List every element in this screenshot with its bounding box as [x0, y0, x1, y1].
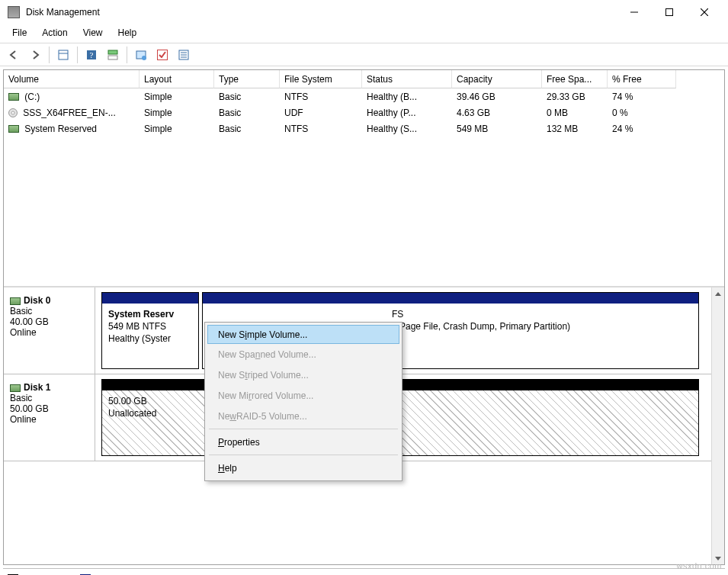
svg-rect-9	[108, 56, 117, 59]
cell: NTFS	[280, 124, 362, 134]
partition-line: t, Page File, Crash Dump, Primary Partit…	[392, 320, 692, 332]
cell: 132 MB	[542, 124, 608, 134]
menu-separator	[209, 455, 398, 455]
cd-icon	[8, 108, 18, 117]
cell: Basic	[214, 124, 280, 134]
menu-separator	[209, 429, 398, 429]
svg-rect-4	[59, 50, 68, 59]
check-icon[interactable]	[153, 46, 172, 64]
partition-line: Healthy (Syster	[108, 332, 192, 345]
disk-name: Disk 0	[24, 295, 50, 306]
partition-primary[interactable]: System Reserv549 MB NTFSHealthy (Syster	[101, 292, 199, 369]
disk-size: 50.00 GB	[10, 403, 88, 414]
disk-size: 40.00 GB	[10, 316, 88, 327]
window-title: Disk Management	[26, 7, 100, 18]
help-icon[interactable]: ?	[82, 46, 101, 64]
close-button[interactable]	[687, 1, 722, 24]
legend: Unallocated Primary partition	[3, 568, 725, 575]
disk-state: Online	[10, 414, 88, 425]
maximize-button[interactable]	[652, 1, 687, 24]
context-menu-item: New Striped Volume...	[207, 365, 399, 385]
disk-name: Disk 1	[24, 382, 50, 393]
vertical-scrollbar[interactable]	[711, 288, 724, 564]
cell: 39.46 GB	[452, 92, 542, 102]
menu-view[interactable]: View	[75, 26, 111, 40]
disk-icon	[10, 297, 21, 305]
col-volume[interactable]: Volume	[4, 70, 140, 88]
col-capacity[interactable]: Capacity	[452, 70, 542, 88]
partition-color-bar	[203, 293, 698, 304]
partition-line: FS	[392, 308, 692, 320]
cell: 24 %	[608, 124, 676, 134]
col-pctfree[interactable]: % Free	[608, 70, 676, 88]
properties-icon[interactable]	[54, 46, 72, 64]
menu-action[interactable]: Action	[34, 26, 75, 40]
menu-help[interactable]: Help	[111, 26, 145, 40]
menu-bar: File Action View Help	[0, 24, 728, 41]
disk-kind: Basic	[10, 306, 88, 316]
context-menu-item[interactable]: New Simple Volume...	[207, 325, 399, 344]
col-type[interactable]: Type	[214, 70, 280, 88]
watermark: wsxdn.com	[676, 561, 722, 570]
scroll-up-icon[interactable]	[712, 288, 724, 300]
col-freespace[interactable]: Free Spa...	[542, 70, 608, 88]
drive-icon	[8, 125, 19, 133]
partition-line: 549 MB NTFS	[108, 320, 192, 332]
context-menu-item: New Spanned Volume...	[207, 344, 399, 365]
col-layout[interactable]: Layout	[140, 70, 214, 88]
cell: Basic	[214, 108, 280, 118]
context-menu-item: New Mirrored Volume...	[207, 385, 399, 406]
svg-rect-1	[666, 9, 673, 16]
col-filesystem[interactable]: File System	[280, 70, 362, 88]
cell: System Reserved	[4, 124, 140, 134]
table-row[interactable]: System ReservedSimpleBasicNTFSHealthy (S…	[4, 120, 724, 137]
cell: UDF	[280, 108, 362, 118]
cell: 4.63 GB	[452, 108, 542, 118]
cell: Simple	[140, 124, 214, 134]
col-status[interactable]: Status	[362, 70, 452, 88]
svg-point-11	[142, 56, 146, 60]
context-menu-item[interactable]: Properties	[207, 432, 399, 452]
context-menu: New Simple Volume...New Spanned Volume..…	[204, 322, 402, 481]
disk-info[interactable]: Disk 0Basic40.00 GBOnline	[4, 288, 95, 374]
cell: Simple	[140, 108, 214, 118]
cell: 0 %	[608, 108, 676, 118]
toolbar: ?	[0, 43, 728, 66]
cell: 74 %	[608, 92, 676, 102]
table-row[interactable]: SSS_X64FREE_EN-...SimpleBasicUDFHealthy …	[4, 104, 724, 120]
disk-info[interactable]: Disk 1Basic50.00 GBOnline	[4, 374, 95, 461]
back-button[interactable]	[5, 46, 23, 64]
refresh-icon[interactable]	[132, 46, 150, 64]
cell: SSS_X64FREE_EN-...	[4, 108, 140, 118]
partition-color-bar	[102, 293, 198, 304]
drive-icon	[8, 93, 19, 101]
volume-list[interactable]: Volume Layout Type File System Status Ca…	[4, 70, 724, 288]
disk-state: Online	[10, 327, 88, 338]
menu-file[interactable]: File	[5, 26, 34, 40]
cell: 0 MB	[542, 108, 608, 118]
cell: Simple	[140, 92, 214, 102]
context-menu-item[interactable]: Help	[207, 458, 399, 478]
cell: Healthy (S...	[362, 124, 452, 134]
forward-button[interactable]	[26, 46, 44, 64]
cell: Healthy (B...	[362, 92, 452, 102]
cell: 549 MB	[452, 124, 542, 134]
table-row[interactable]: (C:)SimpleBasicNTFSHealthy (B...39.46 GB…	[4, 88, 724, 104]
list-settings-icon[interactable]	[175, 46, 193, 64]
disk-management-icon	[8, 6, 20, 18]
partition-body: System Reserv549 MB NTFSHealthy (Syster	[102, 304, 198, 368]
minimize-button[interactable]	[617, 1, 652, 24]
cell: NTFS	[280, 92, 362, 102]
disk-partitions: 50.00 GBUnallocated	[95, 374, 711, 461]
cell: Basic	[214, 92, 280, 102]
volume-list-header: Volume Layout Type File System Status Ca…	[4, 70, 724, 88]
disk-icon	[10, 384, 21, 392]
svg-text:?: ?	[90, 50, 94, 59]
partition-title: System Reserv	[108, 308, 192, 320]
content-panel: Volume Layout Type File System Status Ca…	[3, 69, 725, 565]
cell: 29.33 GB	[542, 92, 608, 102]
view-top-icon[interactable]	[104, 46, 122, 64]
disk-kind: Basic	[10, 393, 88, 403]
disk-partitions: System Reserv549 MB NTFSHealthy (SysterF…	[95, 288, 711, 374]
context-menu-item: New RAID-5 Volume...	[207, 406, 399, 426]
